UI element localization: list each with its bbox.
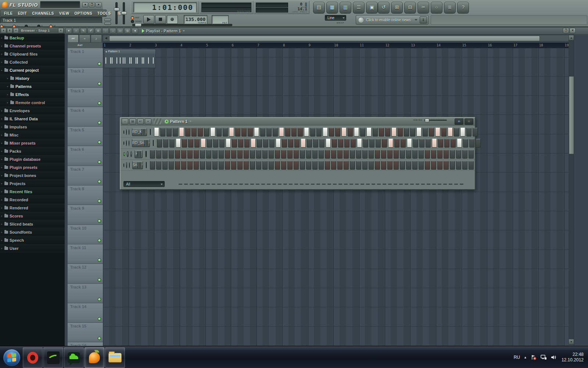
step-50[interactable] — [456, 150, 461, 159]
step-26[interactable] — [306, 150, 311, 159]
browser-up-button[interactable]: ⬆ — [7, 28, 12, 33]
step-29[interactable] — [325, 161, 330, 170]
step-19[interactable] — [266, 128, 272, 137]
track-enable-led[interactable] — [98, 317, 101, 321]
step-20[interactable] — [269, 150, 274, 159]
step-40[interactable] — [394, 150, 399, 159]
master-volume-slider[interactable] — [123, 2, 125, 24]
browser-item-collected[interactable]: ▸Collected — [0, 58, 65, 66]
step-select-15[interactable] — [256, 184, 259, 185]
expand-arrow-icon[interactable]: ▸ — [0, 223, 4, 226]
mixer-button[interactable]: ▣ — [366, 2, 378, 14]
browser-button[interactable]: ☰ — [353, 2, 365, 14]
channel-enable-led[interactable] — [123, 130, 124, 134]
step-10[interactable] — [210, 128, 215, 137]
step-33[interactable] — [350, 150, 355, 159]
browser-item-speech[interactable]: ▸Speech — [0, 236, 65, 244]
step-2[interactable] — [156, 161, 161, 170]
step-46[interactable] — [431, 150, 436, 159]
step-48[interactable] — [448, 128, 453, 137]
step-select-19[interactable] — [278, 184, 282, 185]
step-35[interactable] — [362, 150, 368, 159]
step-23[interactable] — [287, 161, 293, 170]
step-38[interactable] — [388, 139, 393, 148]
stop-button[interactable] — [155, 15, 166, 24]
step-15[interactable] — [237, 150, 243, 159]
picker-tab-tracks[interactable]: ⏮ — [68, 35, 79, 43]
track-header-track-7[interactable]: Track 7 — [68, 166, 103, 185]
step-select-1[interactable] — [179, 184, 182, 185]
step-select-34[interactable] — [361, 184, 364, 185]
step-1[interactable] — [150, 161, 155, 170]
track-enable-led[interactable] — [98, 82, 101, 85]
expand-arrow-icon[interactable]: ▸ — [0, 45, 4, 47]
step-15[interactable] — [237, 161, 243, 170]
browser-item-il-shared-data[interactable]: ▸IL Shared Data — [0, 115, 65, 123]
step-3[interactable] — [162, 161, 168, 170]
browser-item-patterns[interactable]: ▸Patterns — [0, 82, 65, 91]
step-select-47[interactable] — [432, 184, 436, 185]
step-12[interactable] — [219, 161, 224, 170]
pattern-name[interactable]: Pattern 1 — [170, 119, 187, 124]
step-49[interactable] — [457, 139, 462, 148]
action-center-flag-icon[interactable] — [531, 354, 537, 360]
slip-tool-button[interactable]: ↔ — [110, 28, 116, 34]
channel-enable-led[interactable] — [123, 152, 125, 156]
step-14[interactable] — [238, 139, 243, 148]
app-title-bar[interactable]: FL STUDIO ▾ ❐ ✕ — [0, 0, 103, 10]
step-39[interactable] — [387, 161, 392, 170]
step-select-18[interactable] — [272, 184, 276, 185]
step-22[interactable] — [281, 150, 286, 159]
step-44[interactable] — [419, 150, 424, 159]
delete-tool-button[interactable]: ⊘ — [95, 28, 101, 34]
step-16[interactable] — [248, 128, 253, 137]
pattern-clip-label[interactable]: Pattern 1 — [104, 49, 155, 54]
shuffle-slider[interactable] — [132, 24, 232, 26]
step-51[interactable] — [462, 161, 467, 170]
close-button[interactable]: ✕ — [96, 2, 101, 7]
track-header-track-9[interactable]: Track 9 — [68, 205, 103, 224]
step-37[interactable] — [379, 128, 384, 137]
track-enable-led[interactable] — [98, 102, 101, 105]
piano-roll-button[interactable]: ▥ — [340, 2, 351, 14]
step-28[interactable] — [319, 150, 324, 159]
track-header-track-10[interactable]: Track 10 — [68, 225, 103, 244]
step-19[interactable] — [262, 161, 268, 170]
step-18[interactable] — [263, 139, 268, 148]
step-40[interactable] — [401, 139, 406, 148]
step-27[interactable] — [319, 139, 325, 148]
expand-arrow-icon[interactable]: ▸ — [6, 93, 10, 96]
step-21[interactable] — [279, 128, 284, 137]
step-50[interactable] — [460, 128, 465, 137]
channel-enable-led[interactable] — [123, 163, 124, 167]
step-17[interactable] — [254, 128, 259, 137]
expand-arrow-icon[interactable]: ▸ — [0, 109, 4, 112]
browser-item-soundfonts[interactable]: ▸Soundfonts — [0, 228, 65, 236]
undo-button[interactable]: ↺ — [378, 2, 390, 14]
step-4[interactable] — [176, 139, 181, 148]
zoom-tool-button[interactable]: ◎ — [124, 28, 131, 34]
step-26[interactable] — [310, 128, 315, 137]
step-36[interactable] — [369, 150, 374, 159]
track-header-track-1[interactable]: Track 1 — [68, 48, 103, 68]
add-channel-button[interactable]: + — [165, 120, 169, 124]
step-30[interactable] — [331, 161, 336, 170]
step-22[interactable] — [285, 128, 290, 137]
step-3[interactable] — [162, 150, 168, 159]
track-header-track-3[interactable]: Track 3 — [68, 88, 103, 107]
step-select-43[interactable] — [410, 184, 414, 185]
step-7[interactable] — [187, 150, 193, 159]
tempo-display[interactable]: 135.000 TEMPO — [184, 15, 207, 24]
step-10[interactable] — [213, 139, 218, 148]
step-12[interactable] — [223, 128, 228, 137]
step-43[interactable] — [412, 161, 417, 170]
step-select-3[interactable] — [190, 184, 193, 185]
expand-arrow-icon[interactable]: ▸ — [0, 61, 4, 64]
track-enable-led[interactable] — [98, 298, 101, 301]
snap-magnet-icon[interactable]: ∩ — [73, 28, 79, 34]
step-43[interactable] — [416, 128, 422, 137]
step-51[interactable] — [466, 128, 472, 137]
step-15[interactable] — [241, 128, 247, 137]
play-button[interactable] — [143, 15, 154, 24]
step-9[interactable] — [200, 150, 205, 159]
